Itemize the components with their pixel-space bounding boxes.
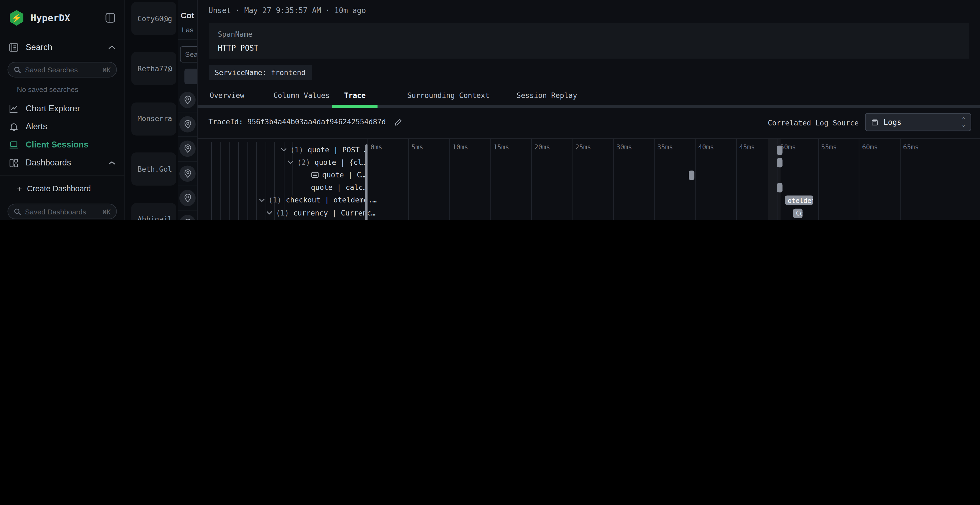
log-doc-icon: [311, 172, 318, 178]
shortcut-badge: ⌘K: [103, 208, 111, 215]
span-duration-bar[interactable]: [776, 158, 783, 167]
chart-icon: [9, 103, 19, 113]
span-tree-row[interactable]: (1)currency | Currenc…: [266, 206, 375, 219]
span-tree-row[interactable]: (1)quote | POST …: [280, 143, 368, 156]
span-duration-bar[interactable]: [689, 171, 694, 180]
span-label: currency | Currenc…: [293, 208, 375, 217]
span-label: quote | {cl…: [314, 158, 366, 167]
create-dashboard-button[interactable]: + Create Dashboard: [0, 179, 124, 198]
gridline: [490, 139, 491, 220]
sidebar: ⚡ HyperDX Search Saved Searches ⌘K No sa…: [0, 0, 125, 220]
span-tree-row[interactable]: quote | calc…: [311, 181, 367, 194]
location-pin-icon: [180, 92, 196, 108]
chevron-down-icon[interactable]: [266, 211, 272, 215]
axis-tick-label: 45ms: [739, 143, 755, 151]
event-header: Unset·May 27 9:35:57 AM·10m ago: [208, 6, 366, 15]
chevron-down-icon[interactable]: [258, 198, 265, 202]
saved-searches-placeholder: Saved Searches: [25, 66, 103, 73]
search-journal-icon: [9, 42, 19, 52]
session-event-cell[interactable]: [178, 113, 197, 137]
span-label: quote | C…: [322, 171, 366, 179]
location-pin-icon: [183, 194, 192, 202]
log-source-value: Logs: [883, 118, 901, 127]
hyperdx-app: ⚡ HyperDX Search Saved Searches ⌘K No sa…: [0, 0, 980, 220]
sidebar-item-dashboards[interactable]: Dashboards: [0, 154, 124, 172]
sidebar-item-client-sessions[interactable]: Client Sessions: [0, 135, 124, 154]
location-pin-icon: [183, 145, 192, 153]
session-list-item[interactable]: Monserra: [131, 102, 176, 135]
laptop-icon: [9, 140, 19, 150]
collapse-sidebar-icon[interactable]: [105, 13, 116, 23]
span-label: quote | POST …: [308, 145, 368, 154]
span-tree-row[interactable]: currency | Conv…: [290, 219, 370, 220]
tab-session-replay[interactable]: Session Replay: [517, 91, 578, 100]
session-event-cell[interactable]: [178, 211, 197, 220]
sidebar-item-search[interactable]: Search: [0, 38, 124, 56]
session-list-item[interactable]: Beth.Gol: [131, 152, 176, 186]
gridline: [900, 139, 900, 220]
span-duration-bar[interactable]: [776, 145, 783, 154]
chevron-down-icon[interactable]: [280, 148, 286, 152]
tab-column-values[interactable]: Column Values: [273, 91, 330, 100]
span-duration-bar[interactable]: [776, 183, 783, 192]
waterfall-timeline: 0ms5ms10ms15ms20ms25ms30ms35ms40ms45ms50…: [367, 139, 980, 220]
bell-icon: [9, 122, 19, 132]
span-duration-bar[interactable]: Co: [793, 208, 803, 218]
session-event-cell[interactable]: [178, 88, 197, 113]
sidebar-item-alerts[interactable]: Alerts: [0, 118, 124, 136]
tab-surrounding-context[interactable]: Surrounding Context: [407, 91, 490, 100]
axis-tick-label: 60ms: [862, 143, 878, 151]
gridline: [695, 139, 695, 220]
hyperdx-logo-icon: ⚡: [9, 10, 24, 25]
plus-icon: +: [17, 184, 22, 194]
axis-tick-label: 65ms: [903, 143, 919, 151]
session-list-item[interactable]: Abbigail: [131, 203, 176, 220]
span-tree-row[interactable]: quote | C…: [311, 169, 365, 181]
service-name-chip[interactable]: ServiceName: frontend: [208, 65, 312, 80]
axis-tick-label: 55ms: [821, 143, 837, 151]
sidebar-item-label: Chart Explorer: [25, 104, 80, 113]
select-chevrons-icon: ⌃⌄: [962, 118, 965, 127]
tab-trace[interactable]: Trace: [344, 91, 366, 100]
app-title: HyperDX: [31, 12, 105, 24]
span-duration-bar[interactable]: oteldemo.P: [785, 195, 813, 205]
saved-dashboards-input[interactable]: Saved Dashboards ⌘K: [8, 203, 117, 219]
gridline: [859, 139, 859, 220]
sidebar-item-label: Alerts: [25, 122, 47, 131]
axis-tick-label: 25ms: [575, 143, 591, 151]
session-name: Beth.Gol: [137, 165, 172, 173]
saved-searches-input[interactable]: Saved Searches ⌘K: [8, 62, 117, 77]
session-events-column: Cot Las Sea ⇄>_: [178, 0, 197, 220]
session-event-cell[interactable]: [178, 162, 197, 186]
divider: [0, 175, 124, 176]
edit-pencil-icon[interactable]: [395, 118, 403, 126]
search-icon: [14, 208, 22, 215]
chevron-up-icon[interactable]: [108, 160, 116, 165]
divider: [178, 40, 197, 40]
span-tree-row[interactable]: (1)checkout | oteldemo.…: [258, 194, 377, 206]
gridline: [818, 139, 819, 220]
tab-overview[interactable]: Overview: [210, 91, 244, 100]
child-count: (1): [269, 195, 282, 204]
session-list-item[interactable]: Coty60@g: [131, 2, 176, 35]
session-event-cell[interactable]: [178, 137, 197, 161]
brand-row: ⚡ HyperDX: [0, 0, 124, 25]
indent-guide: [238, 142, 239, 220]
chevron-down-icon[interactable]: [287, 160, 293, 164]
session-list-item[interactable]: Retha77@: [131, 52, 176, 85]
span-tree-row[interactable]: (2)quote | {cl…: [287, 156, 366, 168]
axis-tick-label: 30ms: [616, 143, 632, 151]
span-name-label: SpanName: [218, 30, 252, 39]
chevron-up-icon[interactable]: [108, 44, 116, 49]
log-source-select[interactable]: Logs ⌃⌄: [865, 113, 971, 132]
gridline: [572, 139, 573, 220]
span-name-box: SpanName HTTP POST: [208, 23, 969, 59]
sidebar-item-label: Dashboards: [25, 158, 71, 167]
session-event-cell[interactable]: [178, 186, 197, 211]
sidebar-item-chart-explorer[interactable]: Chart Explorer: [0, 99, 124, 118]
location-pin-icon: [183, 120, 192, 129]
correlated-log-source-label: Correlated Log Source: [768, 119, 859, 127]
location-pin-icon: [180, 215, 196, 220]
sidebar-item-label: Client Sessions: [25, 140, 89, 149]
child-count: (1): [290, 145, 303, 154]
